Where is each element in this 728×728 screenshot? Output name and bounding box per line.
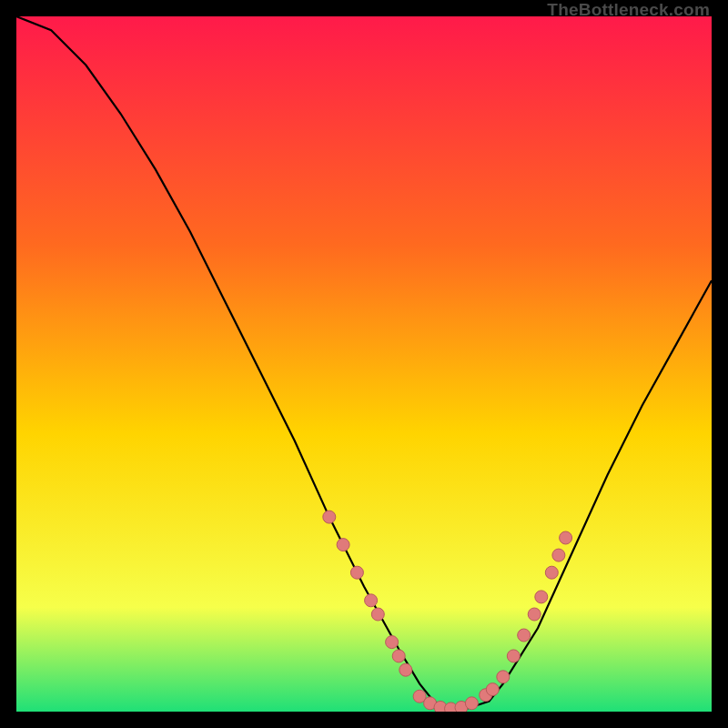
gradient-background	[16, 16, 712, 712]
outer-frame: TheBottleneck.com	[0, 0, 728, 728]
data-marker	[535, 591, 548, 603]
data-marker	[323, 511, 336, 523]
data-marker	[371, 608, 384, 621]
data-marker	[528, 608, 541, 621]
data-marker	[399, 663, 412, 676]
data-marker	[365, 594, 378, 607]
data-marker	[337, 539, 349, 551]
data-marker	[386, 636, 399, 649]
data-marker	[486, 683, 499, 696]
data-marker	[507, 650, 520, 662]
data-marker	[392, 650, 405, 662]
data-marker	[560, 531, 572, 544]
plot-area	[16, 16, 712, 712]
chart-svg	[16, 16, 712, 712]
data-marker	[552, 549, 565, 561]
data-marker	[518, 629, 531, 642]
data-marker	[545, 566, 558, 579]
data-marker	[350, 566, 363, 579]
data-marker	[465, 697, 478, 710]
data-marker	[497, 671, 510, 683]
